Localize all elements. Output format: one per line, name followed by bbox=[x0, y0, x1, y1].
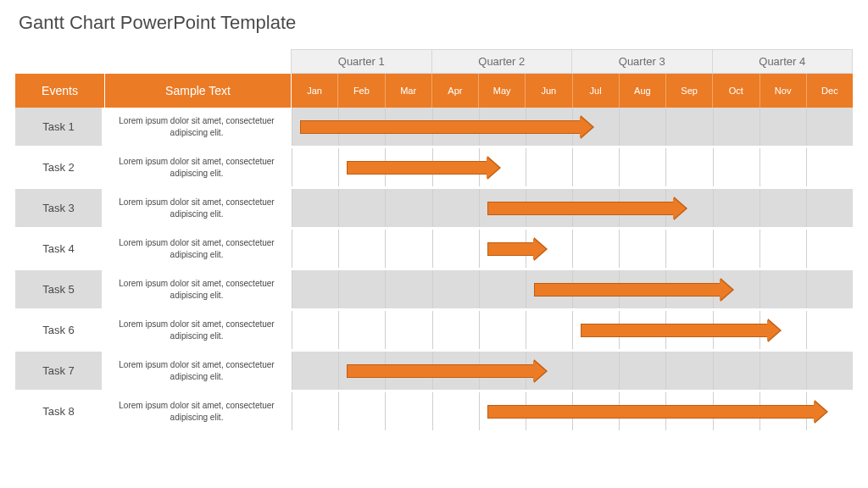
task-timeline bbox=[292, 392, 853, 430]
gantt-bar-arrow bbox=[534, 283, 721, 297]
task-name: Task 8 bbox=[15, 392, 105, 430]
month-label: Mar bbox=[385, 74, 431, 108]
quarter-label: Quarter 3 bbox=[571, 49, 713, 74]
month-label: Apr bbox=[431, 74, 478, 108]
month-label: Oct bbox=[712, 74, 759, 108]
task-timeline bbox=[292, 148, 853, 186]
quarter-label: Quarter 1 bbox=[291, 49, 432, 74]
task-name: Task 2 bbox=[15, 148, 105, 186]
gantt-bar-arrow bbox=[487, 242, 534, 256]
task-timeline bbox=[292, 189, 853, 227]
task-timeline bbox=[292, 352, 853, 390]
gantt-bar-arrow bbox=[300, 120, 581, 134]
quarter-spacer bbox=[15, 49, 292, 74]
month-label: Jun bbox=[525, 74, 571, 108]
month-label: Jul bbox=[572, 74, 619, 108]
month-label: Aug bbox=[619, 74, 665, 108]
quarter-label: Quarter 2 bbox=[431, 49, 573, 74]
task-description: Lorem ipsum dolor sit amet, consectetuer… bbox=[105, 230, 292, 268]
task-description: Lorem ipsum dolor sit amet, consectetuer… bbox=[105, 392, 292, 430]
task-rows: Task 1Lorem ipsum dolor sit amet, consec… bbox=[15, 108, 853, 433]
task-name: Task 4 bbox=[15, 230, 105, 268]
task-row: Task 6Lorem ipsum dolor sit amet, consec… bbox=[15, 311, 853, 352]
task-row: Task 4Lorem ipsum dolor sit amet, consec… bbox=[15, 230, 853, 270]
month-label: Nov bbox=[760, 74, 806, 108]
month-label: Jan bbox=[292, 74, 337, 108]
gantt-bar-arrow bbox=[347, 161, 487, 175]
task-description: Lorem ipsum dolor sit amet, consectetuer… bbox=[105, 148, 292, 186]
task-description: Lorem ipsum dolor sit amet, consectetuer… bbox=[105, 108, 292, 146]
task-timeline bbox=[292, 270, 853, 308]
month-label: Sep bbox=[665, 74, 712, 108]
task-description: Lorem ipsum dolor sit amet, consectetuer… bbox=[105, 189, 292, 227]
task-row: Task 3Lorem ipsum dolor sit amet, consec… bbox=[15, 189, 853, 230]
task-name: Task 1 bbox=[15, 108, 105, 146]
header-sample-text: Sample Text bbox=[105, 74, 292, 108]
gantt-chart: Quarter 1 Quarter 2 Quarter 3 Quarter 4 … bbox=[15, 49, 853, 433]
task-timeline bbox=[292, 311, 853, 349]
page-title: Gantt Chart PowerPoint Template bbox=[19, 12, 853, 34]
month-label: May bbox=[478, 74, 525, 108]
month-labels: Jan Feb Mar Apr May Jun Jul Aug Sep Oct … bbox=[292, 74, 853, 108]
task-description: Lorem ipsum dolor sit amet, consectetuer… bbox=[105, 311, 292, 349]
quarter-label: Quarter 4 bbox=[712, 49, 854, 74]
task-name: Task 3 bbox=[15, 189, 105, 227]
gantt-bar-arrow bbox=[487, 202, 675, 215]
gantt-bar-arrow bbox=[487, 405, 815, 419]
quarter-header-row: Quarter 1 Quarter 2 Quarter 3 Quarter 4 bbox=[15, 49, 853, 74]
task-description: Lorem ipsum dolor sit amet, consectetuer… bbox=[105, 352, 292, 390]
task-timeline bbox=[292, 108, 853, 146]
task-timeline bbox=[292, 230, 853, 268]
month-label: Dec bbox=[806, 74, 853, 108]
task-description: Lorem ipsum dolor sit amet, consectetuer… bbox=[105, 270, 292, 308]
task-name: Task 7 bbox=[15, 352, 105, 390]
header-events: Events bbox=[15, 74, 105, 108]
task-name: Task 6 bbox=[15, 311, 105, 349]
task-row: Task 7Lorem ipsum dolor sit amet, consec… bbox=[15, 352, 853, 392]
column-header-row: Events Sample Text Jan Feb Mar Apr May J… bbox=[15, 74, 853, 108]
task-row: Task 1Lorem ipsum dolor sit amet, consec… bbox=[15, 108, 853, 148]
month-label: Feb bbox=[337, 74, 384, 108]
task-row: Task 5Lorem ipsum dolor sit amet, consec… bbox=[15, 270, 853, 311]
task-row: Task 8Lorem ipsum dolor sit amet, consec… bbox=[15, 392, 853, 433]
gantt-bar-arrow bbox=[347, 364, 534, 378]
task-name: Task 5 bbox=[15, 270, 105, 308]
gantt-bar-arrow bbox=[581, 324, 768, 337]
quarter-labels: Quarter 1 Quarter 2 Quarter 3 Quarter 4 bbox=[292, 49, 853, 74]
task-row: Task 2Lorem ipsum dolor sit amet, consec… bbox=[15, 148, 853, 189]
